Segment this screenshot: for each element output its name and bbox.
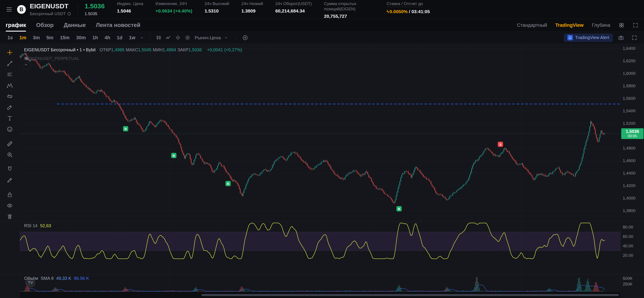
eye-icon[interactable] — [4, 200, 16, 211]
chart-style-icon[interactable] — [156, 35, 162, 41]
pencil-icon[interactable] — [4, 175, 16, 186]
tab-data[interactable]: Данные — [64, 22, 86, 29]
rsi-period: 14 — [32, 223, 38, 228]
timeframe-more-icon[interactable] — [140, 36, 144, 40]
price-tick: 1,6200 — [623, 59, 636, 63]
divider — [150, 35, 150, 41]
price-tick: 1,6000 — [623, 71, 636, 76]
stat-label: 24ч Низкий — [242, 1, 263, 6]
crosshair-icon[interactable] — [4, 47, 16, 58]
chart-mode-depth[interactable]: Глубина — [592, 22, 610, 28]
lock-icon[interactable] — [4, 189, 16, 200]
tab-chart[interactable]: график — [6, 22, 26, 29]
bybit-logo[interactable]: B — [17, 5, 26, 14]
xabcd-pattern-icon[interactable] — [4, 80, 16, 91]
chart-settings-icon[interactable] — [185, 35, 190, 41]
screenshot-icon[interactable] — [618, 35, 624, 41]
buy-marker[interactable]: B — [123, 126, 128, 131]
stat-label: Сумма открытых позиций(EIGEN) — [324, 1, 374, 12]
chart-plot[interactable]: EIGENUSDT Бессрочный • 1 • Bybit ОТКР1,4… — [20, 44, 620, 298]
tradingview-alert-button[interactable]: TradingView Alert — [564, 34, 612, 42]
chart-tabs-bar: график Обзор Данные Лента новостей Станд… — [0, 19, 644, 32]
chart-legend[interactable]: EIGENUSDT Бессрочный • 1 • Bybit ОТКР1,4… — [24, 47, 242, 52]
stat-value: 1.3809 — [242, 8, 263, 14]
order-price-label: Рыноч.Цена — [194, 35, 221, 40]
stat-label: Изменение, 24Ч — [156, 1, 192, 6]
symbol-block[interactable]: EIGENUSDT Бессрочный USDT — [30, 3, 71, 16]
volume-tick: 250K — [623, 282, 632, 286]
tab-news-feed[interactable]: Лента новостей — [96, 22, 140, 29]
timeframe-15m[interactable]: 15m — [60, 35, 70, 41]
order-price-dropdown[interactable]: Рыноч.Цена — [194, 35, 230, 40]
add-order-icon[interactable] — [242, 35, 248, 41]
time-scrollbar[interactable] — [20, 292, 620, 298]
ruler-icon[interactable] — [4, 138, 16, 149]
chart-mode-tradingview[interactable]: TradingView — [555, 22, 584, 28]
stat-label: 24ч Оборот(USDT) — [275, 1, 312, 6]
indicators-icon[interactable] — [166, 35, 171, 41]
rsi-tick: 80.00 — [623, 225, 633, 230]
chart-mode-standard[interactable]: Стандартный — [517, 22, 547, 28]
timeframe-1d[interactable]: 1d — [117, 35, 122, 41]
timeframe-5m[interactable]: 5m — [46, 35, 54, 41]
stat-label: 24ч Высокий — [204, 1, 229, 6]
price-source-icon[interactable] — [175, 35, 181, 41]
volume-label: Объём — [24, 276, 38, 281]
magnet-icon[interactable] — [4, 164, 16, 175]
layout-grid-icon[interactable] — [618, 22, 624, 28]
buy-marker[interactable]: B — [171, 153, 176, 158]
info-icon[interactable] — [67, 12, 71, 16]
expand-panel-icon[interactable] — [632, 22, 638, 28]
pane-divider[interactable] — [0, 221, 644, 222]
trend-line-icon[interactable] — [4, 58, 16, 69]
stat-4: 24ч Оборот(USDT)60,214,684.34 — [275, 1, 312, 14]
rsi-legend[interactable]: RSI 14 52,63 — [24, 223, 51, 228]
rsi-label: RSI — [24, 223, 31, 228]
collapse-legend-button[interactable] — [24, 62, 31, 70]
fullscreen-icon[interactable] — [632, 35, 637, 41]
timeframe-1w[interactable]: 1w — [129, 35, 135, 41]
timeframe-1m[interactable]: 1m — [19, 35, 26, 41]
timeframe-3m[interactable]: 3m — [33, 35, 40, 41]
fib-lines-icon[interactable] — [4, 69, 16, 80]
indicator-legend[interactable]: WEIGENUSDT_PERPETUAL — [24, 56, 82, 61]
brush-icon[interactable] — [4, 102, 16, 113]
text-icon[interactable] — [4, 113, 16, 124]
divider — [236, 35, 236, 41]
timeframe-30m[interactable]: 30m — [76, 35, 86, 41]
scrollbar-thumb[interactable] — [202, 294, 619, 296]
price-axis[interactable]: 1,64001,62001,60001,58001,56001,54001,52… — [620, 44, 644, 298]
price-pane[interactable]: EIGENUSDT Бессрочный • 1 • Bybit ОТКР1,4… — [20, 44, 620, 221]
volume-tick: 500K — [623, 276, 632, 281]
stat-value: 1.5046 — [117, 8, 143, 14]
trash-icon[interactable] — [4, 211, 16, 222]
timeframe-4h[interactable]: 4h — [105, 35, 110, 41]
candlestick-chart — [20, 44, 620, 221]
stat-6: Ставка / Отсчет доϟ0.0050% / 03:41:05 — [386, 1, 430, 14]
hamburger-menu-icon[interactable] — [6, 6, 13, 13]
rsi-value: 52,63 — [40, 223, 51, 228]
long-position-icon[interactable] — [4, 91, 16, 102]
emoji-icon[interactable] — [4, 124, 16, 135]
stat-label[interactable]: Ставка / Отсчет до — [386, 1, 423, 7]
alert-button-label: TradingView Alert — [575, 35, 609, 40]
toolbar-right: TradingView Alert — [564, 34, 639, 42]
timeframe-1h[interactable]: 1h — [92, 35, 98, 41]
sell-marker[interactable]: S — [498, 142, 503, 147]
volume-ma-value: 96,56 K — [74, 276, 89, 281]
price-tick: 1,5400 — [623, 108, 636, 113]
timeframe-1s[interactable]: 1s — [8, 35, 13, 41]
buy-marker[interactable]: B — [226, 181, 231, 186]
buy-marker[interactable]: B — [396, 206, 402, 211]
tab-overview[interactable]: Обзор — [36, 22, 54, 29]
zoom-in-icon[interactable] — [4, 149, 16, 160]
volume-pane[interactable]: Объём SMA 9 49,33 K 96,56 K TV — [20, 274, 620, 292]
rsi-pane[interactable]: RSI 14 52,63 — [20, 221, 620, 274]
stat-value: +0.0634 (+4.40%) — [156, 8, 192, 14]
stat-3: 24ч Низкий1.3809 — [242, 1, 263, 14]
stat-value: 1.5310 — [204, 8, 229, 14]
rsi-tick: 40.00 — [623, 244, 633, 248]
price-tick: 1,3800 — [623, 208, 636, 213]
volume-legend[interactable]: Объём SMA 9 49,33 K 96,56 K — [24, 276, 89, 281]
symbol-title: EIGENUSDT — [30, 3, 71, 10]
